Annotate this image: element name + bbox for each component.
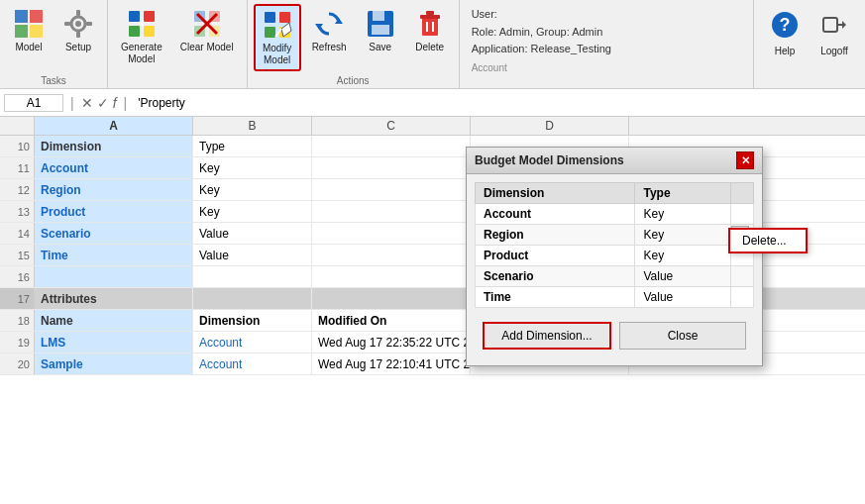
account-group-label: Account [472, 60, 741, 76]
tasks-buttons: Model Setup [6, 4, 101, 73]
cell-20-a[interactable]: Sample [35, 353, 193, 374]
ribbon: Model Setup Tasks [0, 0, 865, 89]
cell-11-c[interactable] [312, 157, 471, 178]
row-num-15: 15 [0, 245, 35, 265]
cell-16-a[interactable] [35, 266, 193, 287]
cell-18-b[interactable]: Dimension [193, 310, 312, 331]
svg-rect-21 [265, 12, 275, 23]
ribbon-help-group: ? Help Logoff [754, 0, 865, 88]
actions-scenario [731, 266, 754, 287]
cell-12-a[interactable]: Region [35, 179, 193, 200]
cell-12-b[interactable]: Key [193, 179, 312, 200]
svg-rect-8 [64, 22, 70, 26]
cell-13-b[interactable]: Key [193, 201, 312, 222]
table-row[interactable]: Account Key [476, 204, 754, 225]
clear-model-icon [191, 8, 223, 40]
formula-icons: ✕ ✓ f [81, 95, 117, 111]
formula-bar: | ✕ ✓ f | [0, 89, 865, 117]
help-button[interactable]: ? Help [764, 6, 806, 60]
table-row[interactable]: Region Key ☰ [476, 225, 754, 246]
cell-15-a[interactable]: Time [35, 245, 193, 265]
svg-rect-6 [76, 10, 80, 16]
logoff-icon [819, 10, 849, 46]
svg-marker-41 [842, 21, 846, 29]
type-time: Value [635, 287, 731, 308]
type-region: Key [635, 225, 731, 246]
cancel-formula-icon[interactable]: ✕ [81, 95, 93, 111]
add-dimension-button[interactable]: Add Dimension... [483, 322, 611, 350]
cell-11-a[interactable]: Account [35, 157, 193, 178]
cell-14-a[interactable]: Scenario [35, 223, 193, 244]
formula-sep2: | [121, 95, 131, 111]
table-row[interactable]: Scenario Value [476, 266, 754, 287]
cell-17-b[interactable] [193, 288, 312, 309]
cell-10-b[interactable]: Type [193, 136, 312, 156]
cell-18-c[interactable]: Modified On [312, 310, 471, 331]
svg-rect-1 [30, 10, 43, 23]
svg-rect-0 [15, 10, 28, 23]
cell-14-c[interactable] [312, 223, 471, 244]
modify-model-button[interactable]: ModifyModel [254, 4, 301, 71]
cell-16-c[interactable] [312, 266, 471, 287]
svg-rect-13 [144, 26, 155, 37]
table-row[interactable]: Product Key [476, 246, 754, 266]
refresh-button[interactable]: Refresh [305, 4, 354, 71]
actions-group-label: Actions [337, 75, 370, 86]
save-button[interactable]: Save [358, 4, 403, 71]
cell-18-a[interactable]: Name [35, 310, 193, 331]
cell-10-a[interactable]: Dimension [35, 136, 193, 156]
ribbon-group-actions: ModifyModel Refresh [248, 0, 460, 88]
row-num-20: 20 [0, 353, 35, 374]
actions-buttons: ModifyModel Refresh [254, 4, 453, 73]
cell-17-c[interactable] [312, 288, 471, 309]
clear-model-button[interactable]: Clear Model [173, 4, 241, 71]
model-button[interactable]: Model [6, 4, 52, 71]
cell-ref-input[interactable] [4, 94, 63, 112]
cell-17-a[interactable]: Attributes [35, 288, 193, 309]
svg-rect-31 [372, 25, 389, 35]
cell-11-b[interactable]: Key [193, 157, 312, 178]
type-col-header: Type [635, 183, 731, 204]
cell-13-c[interactable] [312, 201, 471, 222]
close-dialog-button[interactable]: Close [619, 322, 746, 350]
cell-16-b[interactable] [193, 266, 312, 287]
delete-label: Delete [415, 42, 444, 53]
actions-time [731, 287, 754, 308]
save-icon [365, 8, 396, 40]
confirm-formula-icon[interactable]: ✓ [97, 95, 109, 111]
cell-20-b[interactable]: Account [193, 353, 312, 374]
cell-19-c[interactable]: Wed Aug 17 22:35:22 UTC 2016 [312, 332, 471, 353]
logoff-button[interactable]: Logoff [813, 6, 855, 60]
svg-rect-9 [86, 22, 92, 26]
svg-rect-34 [426, 11, 434, 15]
clear-model-label: Clear Model [180, 42, 234, 53]
user-label: User: [472, 6, 741, 24]
svg-rect-32 [422, 18, 438, 36]
cell-10-c[interactable] [312, 136, 471, 156]
type-scenario: Value [635, 266, 731, 287]
dialog-dimensions-table: Dimension Type Account Key Region [475, 182, 754, 308]
cell-12-c[interactable] [312, 179, 471, 200]
cell-20-c[interactable]: Wed Aug 17 22:10:41 UTC 2016 [312, 353, 471, 374]
row-num-18: 18 [0, 310, 35, 331]
formula-input[interactable] [134, 95, 861, 111]
delete-button[interactable]: Delete [407, 4, 453, 71]
cell-19-a[interactable]: LMS [35, 332, 193, 353]
table-row[interactable]: Time Value [476, 287, 754, 308]
insert-function-icon[interactable]: f [113, 95, 117, 111]
cell-14-b[interactable]: Value [193, 223, 312, 244]
setup-icon [62, 8, 94, 40]
cell-15-b[interactable]: Value [193, 245, 312, 265]
row-num-13: 13 [0, 201, 35, 222]
cell-15-c[interactable] [312, 245, 471, 265]
cell-19-b[interactable]: Account [193, 332, 312, 353]
setup-button[interactable]: Setup [55, 4, 101, 71]
delete-menu-item[interactable]: Delete... [730, 230, 806, 252]
cell-13-a[interactable]: Product [35, 201, 193, 222]
dialog-close-button[interactable]: ✕ [736, 151, 754, 169]
ribbon-group-tasks: Model Setup Tasks [0, 0, 108, 88]
generate-buttons: GenerateModel Clear Model [114, 4, 241, 84]
dialog-title-bar: Budget Model Dimensions ✕ [467, 148, 762, 174]
generate-model-button[interactable]: GenerateModel [114, 4, 169, 71]
col-header-a: A [35, 117, 193, 135]
